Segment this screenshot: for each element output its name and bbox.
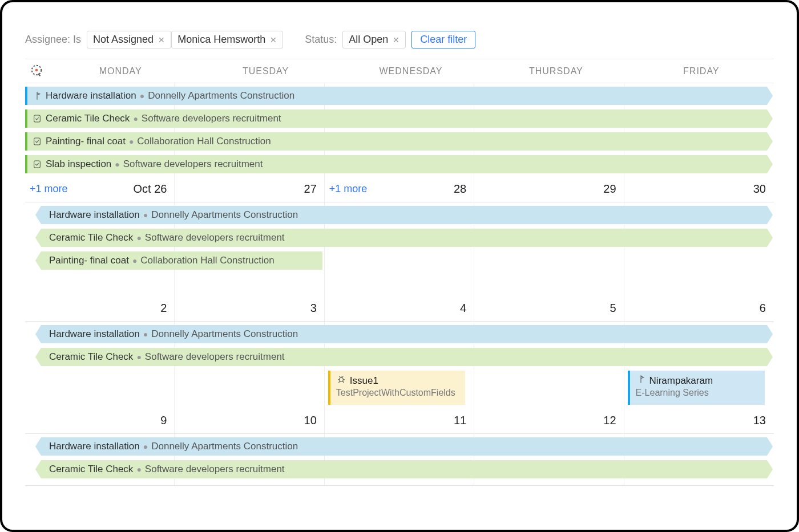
task-project: Software developers recruitment <box>123 159 263 170</box>
task-bar[interactable]: Hardware installation●Donnelly Apartment… <box>41 206 767 224</box>
task-bar[interactable]: Hardware installation●Donnelly Apartment… <box>41 325 767 343</box>
assignee-filter-label: Assignee: Is <box>25 34 81 46</box>
task-title: Ceramic Tile Check <box>46 113 130 124</box>
check-icon <box>32 113 42 124</box>
day-header: THURSDAY <box>483 66 628 76</box>
task-title: Hardware installation <box>46 90 136 101</box>
date-cell[interactable]: 4 <box>325 297 474 319</box>
assignee-chip[interactable]: Not Assigned✕ <box>87 31 171 48</box>
task-project: Software developers recruitment <box>145 351 285 363</box>
date-cell[interactable]: +1 moreOct 26 <box>25 178 175 200</box>
svg-rect-2 <box>34 115 41 122</box>
milestone-icon <box>32 91 42 101</box>
check-icon <box>32 159 42 169</box>
task-title: Ceramic Tile Check <box>49 464 133 475</box>
task-project: Collaboration Hall Construction <box>137 136 271 147</box>
calendar-week: Hardware installation●Donnelly Apartment… <box>25 434 774 486</box>
task-bar[interactable]: Painting- final coat●Collaboration Hall … <box>25 132 767 151</box>
task-project: Donnelly Apartments Construction <box>148 90 294 101</box>
task-card[interactable]: Issue1TestProjectWithCustomFields <box>328 371 465 405</box>
date-cell[interactable]: 27 <box>175 178 324 200</box>
task-card[interactable]: NirampakaramE-Learning Series <box>628 371 765 405</box>
date-cell[interactable]: 2 <box>25 297 175 319</box>
task-bar[interactable]: Slab inspection●Software developers recr… <box>25 155 767 173</box>
day-header-row: MONDAY TUESDAY WEDNESDAY THURSDAY FRIDAY <box>25 59 774 83</box>
calendar-week: Hardware installation●Donnelly Apartment… <box>25 322 774 434</box>
remove-chip-icon[interactable]: ✕ <box>270 35 277 44</box>
calendar-week: Hardware installation●Donnelly Apartment… <box>25 83 774 202</box>
task-title: Slab inspection <box>46 159 111 170</box>
remove-chip-icon[interactable]: ✕ <box>393 35 400 44</box>
task-title: Painting- final coat <box>49 255 129 266</box>
filter-bar: Assignee: Is Not Assigned✕Monica Hemswor… <box>25 31 774 48</box>
task-project: Software developers recruitment <box>145 464 285 475</box>
task-bar[interactable]: Ceramic Tile Check●Software developers r… <box>41 460 767 478</box>
task-project: Donnelly Apartments Construction <box>151 209 298 221</box>
task-title: Ceramic Tile Check <box>49 351 133 363</box>
calendar: MONDAY TUESDAY WEDNESDAY THURSDAY FRIDAY… <box>25 59 774 486</box>
check-icon <box>32 136 42 147</box>
task-title: Ceramic Tile Check <box>49 232 133 243</box>
date-cell[interactable]: 29 <box>474 178 624 200</box>
assignee-chip[interactable]: Monica Hemsworth✕ <box>171 31 283 48</box>
task-bar[interactable]: Hardware installation●Donnelly Apartment… <box>25 87 767 105</box>
date-cell[interactable]: 30 <box>624 178 774 200</box>
task-project: Donnelly Apartments Construction <box>151 328 298 340</box>
task-project: Collaboration Hall Construction <box>140 255 274 266</box>
date-cell[interactable]: 11 <box>325 409 474 431</box>
status-filter-label: Status: <box>305 34 337 46</box>
date-cell[interactable]: 3 <box>175 297 324 319</box>
svg-point-5 <box>339 377 343 381</box>
date-cell[interactable]: 5 <box>474 297 624 319</box>
date-row: +1 moreOct 2627+1 more282930 <box>25 178 774 200</box>
date-cell[interactable]: +1 more28 <box>325 178 474 200</box>
task-title: Painting- final coat <box>46 136 126 147</box>
calendar-frame: Assignee: Is Not Assigned✕Monica Hemswor… <box>0 0 799 532</box>
svg-rect-4 <box>34 161 41 168</box>
day-header: FRIDAY <box>629 66 774 76</box>
task-project: Software developers recruitment <box>142 113 281 124</box>
date-cell[interactable]: 9 <box>25 409 175 431</box>
day-header: WEDNESDAY <box>338 66 483 76</box>
task-project: Software developers recruitment <box>145 232 285 243</box>
date-cell[interactable]: 12 <box>474 409 624 431</box>
task-bar[interactable]: Hardware installation●Donnelly Apartment… <box>41 437 767 456</box>
date-cell[interactable]: 6 <box>624 297 774 319</box>
task-bar[interactable]: Ceramic Tile Check●Software developers r… <box>41 229 767 247</box>
clear-filter-button[interactable]: Clear filter <box>411 31 475 48</box>
date-row: 23456 <box>25 297 774 319</box>
task-title: Hardware installation <box>49 441 140 452</box>
date-row: 910111213 <box>25 409 774 431</box>
more-link[interactable]: +1 more <box>30 183 68 195</box>
status-chip[interactable]: All Open✕ <box>342 31 406 48</box>
day-header: MONDAY <box>48 66 193 76</box>
remove-chip-icon[interactable]: ✕ <box>158 35 165 44</box>
task-bar[interactable]: Ceramic Tile Check●Software developers r… <box>25 109 767 128</box>
task-title: Hardware installation <box>49 209 140 221</box>
day-header: TUESDAY <box>193 66 338 76</box>
svg-rect-3 <box>34 138 41 145</box>
bug-icon <box>336 374 346 384</box>
date-cell[interactable]: 10 <box>175 409 324 431</box>
settings-gear-icon[interactable] <box>30 64 43 79</box>
task-bar[interactable]: Ceramic Tile Check●Software developers r… <box>41 348 767 366</box>
more-link[interactable]: +1 more <box>329 183 368 195</box>
milestone-icon <box>636 374 646 384</box>
task-project: Donnelly Apartments Construction <box>151 441 298 452</box>
task-bar[interactable]: Painting- final coat●Collaboration Hall … <box>41 251 322 270</box>
svg-point-1 <box>35 68 38 71</box>
task-title: Hardware installation <box>49 328 140 340</box>
date-cell[interactable]: 13 <box>624 409 774 431</box>
calendar-week: Hardware installation●Donnelly Apartment… <box>25 202 774 322</box>
